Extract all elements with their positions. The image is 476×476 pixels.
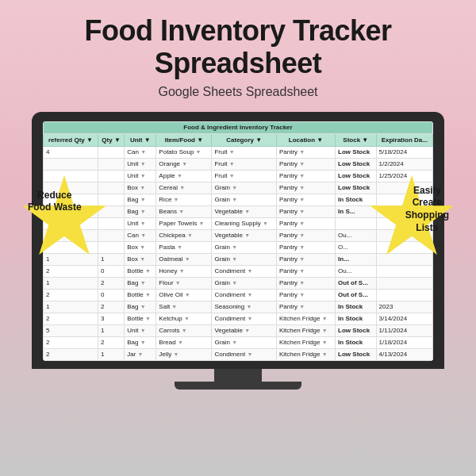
spreadsheet-header: referred Qty ▼ Qty ▼ Unit ▼ Item/Food ▼ …: [44, 133, 433, 146]
cell-pref-qty: 1: [44, 253, 98, 265]
cell-location: Kitchen Fridge ▼: [276, 324, 335, 336]
table-row: Unit ▼ Orange ▼ Fruit ▼ Pantry ▼ Low Sto…: [44, 158, 433, 170]
cell-item: Salt ▼: [156, 301, 212, 313]
cell-stock: O...: [336, 241, 376, 253]
cell-item: Orange ▼: [156, 158, 212, 170]
cell-unit: Unit ▼: [125, 324, 156, 336]
cell-stock: In S...: [336, 205, 376, 217]
cell-stock: In Stock: [336, 301, 376, 313]
cell-unit: Bag ▼: [125, 194, 156, 205]
cell-category: Condiment ▼: [212, 348, 276, 360]
cell-qty: [98, 217, 124, 229]
cell-category: Fruit ▼: [212, 170, 276, 182]
cell-unit: Unit ▼: [125, 170, 156, 182]
cell-unit: Bag ▼: [125, 336, 156, 348]
cell-pref-qty: 2: [44, 336, 98, 348]
col-stock: Stock ▼: [336, 133, 376, 146]
table-row: 2 2 Bag ▼ Bread ▼ Grain ▼ Kitchen Fridge…: [44, 336, 433, 348]
cell-item: Rice ▼: [156, 194, 212, 205]
cell-qty: 0: [98, 265, 124, 277]
cell-item: Carrots ▼: [156, 324, 212, 336]
cell-qty: [98, 158, 124, 170]
table-row: Can ▼ Chickpea ▼ Vegetable ▼ Pantry ▼ Ou…: [44, 229, 433, 241]
cell-stock: Low Stock: [336, 182, 376, 194]
monitor-screen: Food & Ingredient Inventory Tracker refe…: [43, 121, 433, 361]
cell-expiration: 2023: [376, 301, 432, 313]
cell-pref-qty: 2: [44, 348, 98, 360]
cell-item: Potato Soup ▼: [156, 146, 212, 158]
table-row: 4 Can ▼ Potato Soup ▼ Fruit ▼ Pantry ▼ L…: [44, 146, 433, 158]
cell-location: Pantry ▼: [276, 289, 335, 301]
cell-category: Grain ▼: [212, 182, 276, 194]
cell-expiration: [376, 265, 432, 277]
cell-stock: Low Stock: [336, 170, 376, 182]
cell-location: Pantry ▼: [276, 301, 335, 313]
cell-unit: Jar ▼: [125, 348, 156, 360]
cell-stock: In...: [336, 253, 376, 265]
cell-category: Grain ▼: [212, 194, 276, 205]
cell-category: Vegetable ▼: [212, 229, 276, 241]
table-row: 5 1 Unit ▼ Carrots ▼ Vegetable ▼ Kitchen…: [44, 324, 433, 336]
col-category: Category ▼: [212, 133, 276, 146]
cell-unit: Bag ▼: [125, 205, 156, 217]
cell-category: Grain ▼: [212, 253, 276, 265]
cell-pref-qty: 2: [44, 313, 98, 324]
spreadsheet-table: Food & Ingredient Inventory Tracker refe…: [43, 121, 433, 361]
cell-expiration: 1/2/2024: [376, 158, 432, 170]
cell-expiration: 3/14/2024: [376, 313, 432, 324]
cell-location: Pantry ▼: [276, 158, 335, 170]
cell-unit: Box ▼: [125, 253, 156, 265]
cell-location: Pantry ▼: [276, 146, 335, 158]
cell-item: Jelly ▼: [156, 348, 212, 360]
cell-unit: Unit ▼: [125, 217, 156, 229]
table-row: 2 0 Bottle ▼ Olive Oil ▼ Condiment ▼ Pan…: [44, 289, 433, 301]
cell-location: Pantry ▼: [276, 253, 335, 265]
table-row: 1 2 Bag ▼ Salt ▼ Seasoning ▼ Pantry ▼ In…: [44, 301, 433, 313]
col-unit: Unit ▼: [125, 133, 156, 146]
left-badge-text: ReduceFood Waste: [28, 190, 82, 214]
cell-qty: [98, 241, 124, 253]
header-section: Food Inventory Tracker Spreadsheet Googl…: [0, 0, 476, 106]
cell-expiration: 5/18/2024: [376, 146, 432, 158]
cell-qty: [98, 194, 124, 205]
cell-pref-qty: 5: [44, 324, 98, 336]
cell-pref-qty: 1: [44, 301, 98, 313]
col-pref-qty: referred Qty ▼: [44, 133, 98, 146]
cell-unit: Unit ▼: [125, 158, 156, 170]
cell-stock: Low Stock: [336, 324, 376, 336]
cell-item: Olive Oil ▼: [156, 289, 212, 301]
cell-pref-qty: 4: [44, 146, 98, 158]
table-row: 1 1 Box ▼ Oatmeal ▼ Grain ▼ Pantry ▼ In.…: [44, 253, 433, 265]
table-row: Box ▼ Pasta ▼ Grain ▼ Pantry ▼ O...: [44, 241, 433, 253]
cell-pref-qty: 2: [44, 265, 98, 277]
monitor-base: [175, 382, 301, 390]
table-row: Bag ▼ Rice ▼ Grain ▼ Pantry ▼ In Stock: [44, 194, 433, 205]
cell-stock: In Stock: [336, 313, 376, 324]
cell-stock: Out of S...: [336, 277, 376, 289]
cell-category: Condiment ▼: [212, 313, 276, 324]
monitor-body: Food & Ingredient Inventory Tracker refe…: [32, 112, 444, 369]
table-row: Unit ▼ Paper Towels ▼ Cleaning Supply ▼ …: [44, 217, 433, 229]
cell-item: Beans ▼: [156, 205, 212, 217]
cell-pref-qty: [44, 170, 98, 182]
cell-unit: Can ▼: [125, 229, 156, 241]
table-row: 2 1 Jar ▼ Jelly ▼ Condiment ▼ Kitchen Fr…: [44, 348, 433, 360]
cell-unit: Bottle ▼: [125, 265, 156, 277]
cell-qty: [98, 182, 124, 194]
cell-expiration: [376, 253, 432, 265]
cell-qty: [98, 170, 124, 182]
cell-item: Ketchup ▼: [156, 313, 212, 324]
cell-item: Chickpea ▼: [156, 229, 212, 241]
cell-stock: Ou...: [336, 265, 376, 277]
col-item: Item/Food ▼: [156, 133, 212, 146]
table-row: Box ▼ Cereal ▼ Grain ▼ Pantry ▼ Low Stoc…: [44, 182, 433, 194]
right-badge-text: EasilyCreateShoppingLists: [405, 185, 449, 234]
cell-item: Apple ▼: [156, 170, 212, 182]
cell-unit: Bottle ▼: [125, 313, 156, 324]
monitor-stand: [32, 369, 444, 390]
cell-category: Vegetable ▼: [212, 205, 276, 217]
cell-item: Oatmeal ▼: [156, 253, 212, 265]
cell-pref-qty: 1: [44, 277, 98, 289]
cell-location: Pantry ▼: [276, 170, 335, 182]
cell-unit: Bag ▼: [125, 301, 156, 313]
